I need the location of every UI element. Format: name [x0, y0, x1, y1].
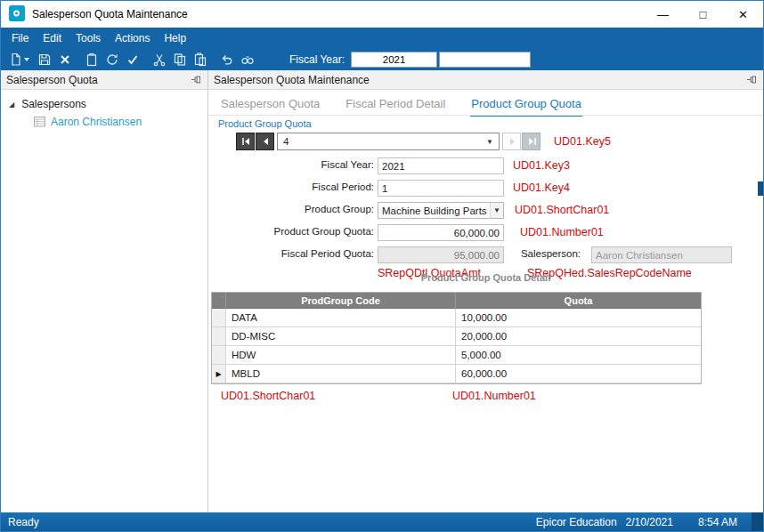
- delete-icon[interactable]: [54, 50, 75, 69]
- fiscal-year-label: Fiscal Year:: [246, 159, 374, 170]
- record-navigator: 4 ▼: [236, 133, 541, 150]
- new-icon[interactable]: [5, 50, 26, 69]
- row-selector-current[interactable]: ▶: [212, 365, 226, 383]
- column-header-quota[interactable]: Quota: [456, 293, 701, 309]
- fiscal-period-quota-label: Fiscal Period Quota:: [246, 248, 374, 259]
- copy-icon[interactable]: [169, 50, 190, 69]
- fiscal-period-label: Fiscal Period:: [246, 181, 374, 192]
- expander-icon[interactable]: ◢: [9, 101, 14, 109]
- app-window: Salesperson Quota Maintenance — □ ✕ File…: [0, 0, 764, 532]
- tab-fiscal-period-detail[interactable]: Fiscal Period Detail: [345, 94, 446, 117]
- row-selector[interactable]: [212, 346, 226, 365]
- minimize-button[interactable]: —: [643, 1, 683, 28]
- menu-edit[interactable]: Edit: [36, 32, 69, 44]
- status-time: 8:54 AM: [698, 516, 737, 528]
- product-group-value: Machine Building Parts: [382, 206, 487, 216]
- table-row[interactable]: ▶ MBLD 60,000.00: [212, 365, 701, 383]
- save-icon[interactable]: [34, 50, 54, 69]
- tree-node-salespersons[interactable]: ◢ Salespersons: [1, 95, 207, 113]
- annotation-key5: UD01.Key5: [554, 135, 611, 148]
- cell-quota[interactable]: 10,000.00: [456, 309, 701, 327]
- record-select-value: 4: [283, 136, 289, 147]
- fiscal-year-field[interactable]: [378, 157, 504, 174]
- toolbar-fiscal-year-suffix-input[interactable]: [439, 52, 531, 68]
- title-bar: Salesperson Quota Maintenance — □ ✕: [1, 1, 763, 28]
- fiscal-period-field[interactable]: [378, 180, 504, 197]
- cell-code[interactable]: HDW: [226, 346, 456, 365]
- quota-detail-grid: ProdGroup Code Quota DATA 10,000.00 DD-M…: [211, 292, 702, 384]
- main-content: Salesperson Quota Fiscal Period Detail P…: [208, 90, 763, 512]
- new-dropdown-icon[interactable]: [24, 58, 29, 61]
- cell-code[interactable]: DD-MISC: [226, 327, 456, 346]
- detail-grid-title: Product Group Quota Detail: [208, 272, 763, 283]
- next-record-button[interactable]: [502, 133, 521, 150]
- column-header-prodgroup-code[interactable]: ProdGroup Code: [226, 293, 456, 309]
- menu-help[interactable]: Help: [157, 32, 193, 44]
- tab-divider: [208, 115, 763, 116]
- tree-node-label: Salespersons: [21, 98, 86, 110]
- refresh-icon[interactable]: [102, 50, 122, 69]
- previous-record-button[interactable]: [256, 133, 274, 150]
- tab-salesperson-quota[interactable]: Salesperson Quota: [220, 94, 321, 117]
- status-company: Epicor Education: [536, 516, 617, 528]
- paste-icon[interactable]: [190, 50, 210, 69]
- main-panel: Salesperson Quota Maintenance Salesperso…: [208, 70, 763, 512]
- annotation-grid-number01: UD01.Number01: [452, 390, 536, 402]
- cell-code[interactable]: DATA: [226, 309, 456, 327]
- first-record-button[interactable]: [236, 133, 255, 150]
- pin-icon[interactable]: [191, 74, 202, 85]
- tree-node-salesperson[interactable]: Aaron Christiansen: [1, 113, 207, 131]
- status-ready: Ready: [8, 516, 39, 528]
- menu-actions[interactable]: Actions: [108, 32, 157, 44]
- salesperson-field: [591, 246, 732, 263]
- table-row[interactable]: DATA 10,000.00: [212, 309, 701, 327]
- toolbar-fiscal-year-label: Fiscal Year:: [289, 53, 345, 66]
- undo-icon[interactable]: [216, 50, 237, 69]
- cell-quota[interactable]: 5,000.00: [456, 346, 701, 365]
- window-title: Salesperson Quota Maintenance: [32, 8, 188, 20]
- grid-selector-header: [212, 293, 226, 309]
- salesperson-tree: ◢ Salespersons Aaron Christiansen: [1, 90, 207, 131]
- salesperson-label: Salesperson:: [467, 248, 581, 259]
- chevron-down-icon[interactable]: ▼: [490, 203, 503, 218]
- tab-product-group-quota[interactable]: Product Group Quota: [470, 94, 582, 117]
- clear-icon[interactable]: [122, 50, 142, 69]
- table-row[interactable]: DD-MISC 20,000.00: [212, 327, 701, 346]
- menu-file[interactable]: File: [4, 32, 36, 44]
- table-row[interactable]: HDW 5,000.00: [212, 346, 701, 365]
- pin-icon[interactable]: [746, 74, 758, 85]
- row-selector[interactable]: [212, 327, 226, 346]
- main-panel-title: Salesperson Quota Maintenance: [214, 74, 370, 86]
- record-select-dropdown[interactable]: 4 ▼: [277, 133, 500, 150]
- close-button[interactable]: ✕: [723, 1, 763, 28]
- panel-splitter-grip[interactable]: [758, 181, 763, 196]
- annotation-key4: UD01.Key4: [513, 181, 570, 194]
- toolbar-fiscal-year-input[interactable]: [351, 52, 437, 68]
- product-group-quota-field[interactable]: [378, 224, 504, 241]
- menu-tools[interactable]: Tools: [69, 32, 108, 44]
- product-group-quota-label: Product Group Quota:: [246, 226, 374, 237]
- menu-bar: File Edit Tools Actions Help: [1, 28, 763, 48]
- record-sheet-icon: [34, 117, 45, 127]
- app-icon: [9, 5, 25, 24]
- tree-panel: Salesperson Quota ◢ Salespersons Aaron C…: [1, 70, 208, 512]
- cell-quota[interactable]: 20,000.00: [456, 327, 701, 346]
- annotation-key3: UD01.Key3: [513, 159, 570, 172]
- group-box-label: Product Group Quota: [218, 118, 312, 129]
- cut-icon[interactable]: [149, 50, 169, 69]
- cell-quota[interactable]: 60,000.00: [456, 365, 701, 383]
- annotation-grid-shortchar01: UD01.ShortChar01: [221, 390, 315, 402]
- tab-strip: Salesperson Quota Fiscal Period Detail P…: [220, 94, 582, 117]
- product-group-dropdown[interactable]: Machine Building Parts ▼: [378, 202, 504, 219]
- chevron-down-icon[interactable]: ▼: [481, 138, 499, 146]
- maximize-button[interactable]: □: [683, 1, 723, 28]
- search-icon[interactable]: [237, 50, 257, 69]
- last-record-button[interactable]: [522, 133, 540, 150]
- cell-code[interactable]: MBLD: [226, 365, 456, 383]
- product-group-label: Product Group:: [246, 204, 374, 214]
- tree-panel-title: Salesperson Quota: [6, 74, 98, 86]
- attach-icon[interactable]: [81, 50, 102, 69]
- row-selector[interactable]: [212, 309, 226, 327]
- resize-grip[interactable]: [752, 512, 763, 531]
- current-row-icon: ▶: [215, 370, 221, 378]
